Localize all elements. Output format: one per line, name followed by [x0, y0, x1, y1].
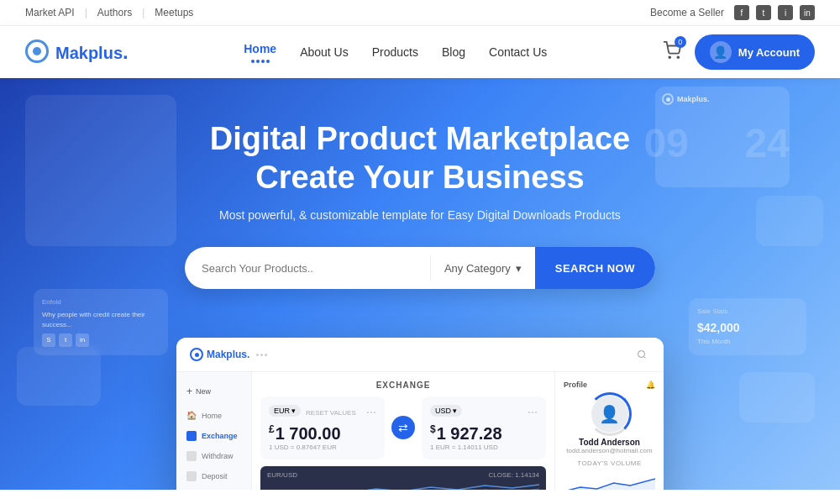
dash-body: + New 🏠 Home Exchange Withdraw Dep — [176, 372, 664, 490]
chevron-down-icon: ▾ — [516, 262, 522, 275]
top-bar-right: Become a Seller f t i in — [650, 5, 815, 20]
dashboard-preview: Makplus. + New 🏠 Home — [176, 338, 664, 490]
nav-item-contact[interactable]: Contact Us — [489, 45, 547, 59]
profile-volume-label: TODAY'S VOLUME — [577, 459, 642, 467]
usd-rate: 1 EUR = 1.14011 USD — [430, 444, 538, 451]
exchange-swap-button[interactable]: ⇄ — [391, 416, 415, 439]
profile-name: Todd Anderson — [579, 438, 640, 447]
svg-point-2 — [638, 351, 645, 358]
main-nav: Home About Us Products Blog Contact Us — [244, 41, 547, 63]
dash-profile: Profile 🔔 👤 Todd Anderson todd.anderson@… — [554, 372, 664, 490]
nav-item-blog[interactable]: Blog — [442, 45, 465, 59]
bg-card-4 — [17, 347, 101, 406]
reset-values[interactable]: RESET VALUES — [306, 409, 356, 417]
bg-card-1 — [25, 95, 176, 246]
chart-label: EUR/USD — [267, 471, 297, 479]
search-input[interactable] — [185, 247, 430, 289]
top-bar-left: Market API | Authors | Meetups — [25, 7, 193, 18]
bg-number-1: 09 — [644, 120, 689, 166]
category-dropdown[interactable]: Any Category ▾ — [431, 247, 535, 289]
chart-close: CLOSE: 1.14134 — [489, 471, 539, 479]
bg-card-5 — [739, 372, 815, 423]
nav-item-home[interactable]: Home — [244, 41, 276, 63]
bell-icon[interactable]: 🔔 — [646, 381, 655, 389]
exchange-header: EXCHANGE — [260, 381, 546, 390]
eur-rate: 1 USD = 0.87647 EUR — [269, 444, 376, 451]
search-button[interactable]: SEARCH NOW — [535, 247, 655, 289]
nav-item-about[interactable]: About Us — [300, 45, 349, 59]
dash-menu-deposit[interactable]: Deposit — [176, 466, 251, 486]
nav-item-products[interactable]: Products — [372, 45, 418, 59]
dash-menu-exchange[interactable]: Exchange — [176, 426, 251, 446]
exchange-chart: EUR/USD CLOSE: 1.14134 — [260, 466, 546, 490]
facebook-icon[interactable]: f — [734, 5, 749, 20]
linkedin-icon[interactable]: in — [800, 5, 815, 20]
profile-avatar-container: 👤 — [591, 396, 628, 433]
exchange-box-usd: USD ▾ ⋯ $1 927.28 1 EUR = 1.14011 USD — [422, 396, 546, 459]
top-bar: Market API | Authors | Meetups Become a … — [0, 0, 840, 26]
dash-search-icon[interactable] — [633, 346, 650, 363]
search-bar: Any Category ▾ SEARCH NOW — [185, 247, 655, 289]
logo[interactable]: Makplus. — [25, 39, 129, 65]
become-seller-link[interactable]: Become a Seller — [650, 7, 724, 18]
bg-number-2: 24 — [745, 120, 790, 166]
usd-amount: $1 927.28 — [430, 423, 538, 444]
dash-header: Makplus. — [176, 338, 664, 372]
topbar-market-api[interactable]: Market API — [25, 7, 75, 18]
exchange-box-eur: EUR ▾ RESET VALUES ⋯ £1 700.00 1 USD = 0… — [260, 396, 385, 459]
profile-email: todd.anderson@hotmail.com — [566, 447, 652, 454]
bg-card-3 — [756, 196, 823, 246]
logo-icon — [25, 39, 50, 65]
dash-new-button[interactable]: + New — [176, 381, 251, 402]
social-icons: f t i in — [734, 5, 815, 20]
topbar-authors[interactable]: Authors — [97, 7, 132, 18]
dash-exchange: EXCHANGE EUR ▾ RESET VALUES ⋯ £1 700.00 — [252, 372, 554, 490]
eur-currency-badge[interactable]: EUR ▾ — [269, 405, 301, 417]
usd-currency-badge[interactable]: USD ▾ — [430, 405, 462, 417]
cart-badge: 0 — [675, 36, 686, 48]
divider-2: | — [142, 7, 144, 18]
dash-logo-icon — [190, 348, 203, 361]
profile-volume-chart — [564, 470, 655, 490]
dash-menu-withdraw[interactable]: Withdraw — [176, 446, 251, 466]
dash-logo: Makplus. — [190, 348, 267, 361]
profile-ring — [588, 392, 632, 436]
hero-section: Makplus. 09 24 Digital Product Marketpla… — [0, 78, 840, 490]
account-avatar: 👤 — [710, 41, 732, 63]
eur-amount: £1 700.00 — [269, 423, 376, 444]
nav-right: 0 👤 My Account — [663, 34, 815, 70]
svg-point-0 — [669, 56, 670, 58]
divider-1: | — [85, 7, 87, 18]
hero-title: Digital Product Marketplace Create Your … — [210, 120, 630, 197]
topbar-meetups[interactable]: Meetups — [155, 7, 193, 18]
hero-subtitle: Most powerful, & customizable template f… — [219, 208, 621, 222]
twitter-icon[interactable]: t — [756, 5, 771, 20]
my-account-button[interactable]: 👤 My Account — [695, 34, 815, 70]
dash-sidebar: + New 🏠 Home Exchange Withdraw Dep — [176, 372, 252, 490]
exchange-row: EUR ▾ RESET VALUES ⋯ £1 700.00 1 USD = 0… — [260, 396, 546, 459]
bg-card-left: Enfold Why people with credit create the… — [34, 289, 168, 355]
profile-header: Profile 🔔 — [564, 381, 655, 389]
cart-icon[interactable]: 0 — [663, 41, 681, 63]
main-header: Makplus. Home About Us Products Blog Con… — [0, 26, 840, 78]
dash-menu-home[interactable]: 🏠 Home — [176, 406, 251, 426]
bg-card-right: Sale Stats $42,000 This Month — [689, 298, 806, 355]
svg-line-3 — [643, 356, 645, 358]
instagram-icon[interactable]: i — [778, 5, 793, 20]
svg-point-1 — [677, 56, 679, 58]
logo-text: Makplus. — [55, 40, 129, 64]
